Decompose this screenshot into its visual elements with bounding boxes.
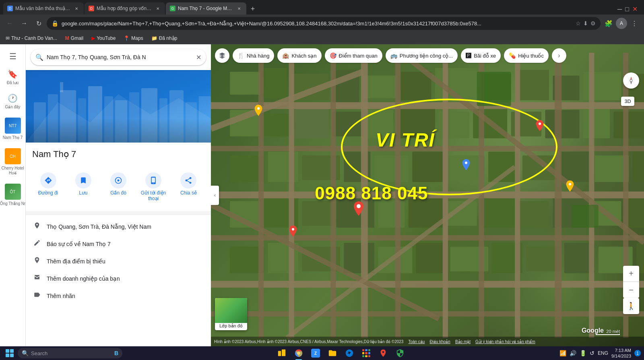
menu-button[interactable]: ⋮ [628,17,641,30]
tab-3-label: Nam Thọ 7 - Google Maps [178,6,233,11]
location-pin[interactable] [354,201,363,217]
map-layer-button[interactable]: Lớp bản đồ [215,298,247,330]
extensions-button[interactable]: 🧩 [602,17,615,30]
bookmark-gmail[interactable]: M Gmail [63,35,86,42]
forward-button[interactable]: → [18,17,31,30]
label-icon [32,291,42,300]
feedback-link[interactable]: Gửi ý kiến phản hồi về sản phẩm [475,339,535,344]
place-title: Nam Thọ 7 [32,149,204,159]
taskbar-zoom[interactable]: Z [308,346,323,360]
place-info: Nam Thọ 7 [26,143,211,166]
share-button[interactable]: Chia sẻ [173,169,204,205]
map-settings-button[interactable] [215,48,229,63]
map-area[interactable]: 🍴 Nhà hàng 🏨 Khách sạn 🎯 Điểm tham quan … [211,44,644,346]
notification-badge[interactable]: 1 [634,350,641,356]
map-pin-3[interactable] [462,159,470,172]
place-thumb-1-nav[interactable]: NT7 Nam Thọ 7 [0,114,26,144]
network-icon[interactable]: 📶 [559,350,566,356]
minimize-button[interactable]: ─ [617,6,622,13]
svg-rect-4 [60,82,63,92]
taskbar-edge[interactable] [342,346,357,360]
street-view-button[interactable]: 🚶 [623,298,639,314]
info-report-row[interactable]: Báo sự cố về Nam Thọ 7 [26,235,211,252]
maps-bookmark-icon: 📍 [124,35,130,41]
taskbar-apps[interactable] [359,346,374,360]
restaurant-filter[interactable]: 🍴 Nhà hàng [233,48,274,63]
info-add-business-row[interactable]: Thêm doanh nghiệp của bạn [26,270,211,287]
nearby-button[interactable]: Gần đó [102,169,134,205]
refresh-icon[interactable]: ↺ [590,350,594,356]
place-thumb-3-nav[interactable]: ÔT Ông Thắng Nr [0,180,26,210]
map-pin-4[interactable] [536,120,544,133]
bookmark-imported[interactable]: 📁 Đã nhập [149,35,180,42]
taskbar-chrome[interactable] [291,346,306,360]
compass-button[interactable] [623,72,639,92]
tab-2-close[interactable]: ✕ [155,5,161,12]
send-to-phone-button[interactable]: Gửi tới điện thoại [138,169,169,205]
recent-nav[interactable]: 🕐 Gần đây [0,89,26,114]
save-button[interactable]: Lưu [67,169,99,205]
tab-1-close[interactable]: ✕ [73,5,80,12]
svg-point-101 [257,107,259,110]
bookmark-youtube[interactable]: ▶ YouTube [89,35,118,42]
hotel-filter[interactable]: 🏨 Khách sạn [277,48,321,63]
svg-rect-110 [282,350,285,356]
volume-icon[interactable]: 🔊 [570,350,576,356]
profile-button[interactable]: A [616,18,627,29]
zoom-out-button[interactable]: − [623,282,639,298]
lock-icon: 🔒 [52,20,58,27]
save-icon [75,172,91,188]
address-bar[interactable]: 🔒 google.com/maps/place/Nam+Thọ+7,+Thọ+Q… [47,17,601,30]
bookmark-maps[interactable]: 📍 Maps [121,35,145,42]
map-filters: 🍴 Nhà hàng 🏨 Khách sạn 🎯 Điểm tham quan … [211,44,644,67]
language-indicator[interactable]: ENG [598,350,608,356]
back-button[interactable]: ← [3,17,16,30]
battery-icon[interactable]: 🔋 [580,350,586,356]
saved-places-nav[interactable]: 🔖 Đã lưu [0,65,26,89]
settings-icon[interactable]: ⚙ [590,20,596,27]
start-button[interactable] [3,347,16,360]
tab-3-close[interactable]: ✕ [236,5,242,12]
info-add-missing-row[interactable]: Thêm địa điểm bị thiếu [26,252,211,270]
transit-filter[interactable]: 🚌 Phương tiện công cộ... [386,48,458,63]
bookmark-star-icon[interactable]: ☆ [576,20,581,27]
tab-3[interactable]: G Nam Thọ 7 - Google Maps ✕ [166,2,246,14]
map-pin-2[interactable] [289,226,297,238]
taskbar-files[interactable] [325,346,340,360]
time-display[interactable]: 7:13 AM 9/14/2023 [611,348,631,359]
bookmark-youtube-label: YouTube [97,35,116,41]
zoom-in-button[interactable]: + [623,266,639,282]
search-bar[interactable]: 🔍 Nam Thọ 7, Thọ Quang, Sơn Trà, Đà N ✕ [31,49,206,65]
info-add-label-row[interactable]: Thêm nhãn [26,287,211,304]
tab-2[interactable]: D Mẫu hợp đồng góp vốn mua đấ... ✕ [85,2,165,14]
map-collapse-button[interactable]: ‹ [211,186,219,205]
bookmark-thu[interactable]: ✉ Thư - Canh Do Van... [3,35,60,42]
parking-filter[interactable]: 🅿 Bãi đỗ xe [461,48,501,63]
map-pin-1[interactable] [254,105,262,118]
restore-button[interactable]: □ [625,6,629,13]
mail-icon: ✉ [6,35,10,41]
hamburger-menu[interactable]: ☰ [0,48,26,65]
attraction-filter[interactable]: 🎯 Điểm tham quan [325,48,382,63]
place-thumb-2-nav[interactable]: CH Cherry Hotel Huế [0,144,26,180]
tab-1[interactable]: D Mẫu văn bản thỏa thuận phân c... ✕ [3,2,84,14]
more-filters-button[interactable]: › [552,48,566,63]
download-icon[interactable]: ⬇ [583,20,588,27]
map-pin-5[interactable] [566,180,574,193]
info-address-row[interactable]: Thọ Quang, Sơn Trà, Đà Nẵng, Việt Nam [26,218,211,235]
sidebar-scroll[interactable]: Nam Thọ 7 Đường đi Lưu [26,70,211,346]
new-tab-button[interactable]: + [247,3,258,14]
pharmacy-filter[interactable]: 💊 Hiệu thuốc [504,48,549,63]
taskbar-security[interactable] [393,346,407,360]
search-input-value: Nam Thọ 7, Thọ Quang, Sơn Trà, Đà N [47,54,193,60]
reload-button[interactable]: ↻ [32,17,45,30]
tos-link[interactable]: Điều khoản [429,339,450,344]
taskbar-maps[interactable] [376,346,390,360]
terms-link[interactable]: Toàn cầu [408,339,425,344]
directions-button[interactable]: Đường đi [32,169,64,205]
taskbar-explorer[interactable] [275,346,289,360]
close-button[interactable]: ✕ [632,5,638,13]
search-clear-icon[interactable]: ✕ [196,54,201,61]
taskbar-search-bar[interactable]: 🔍 Search B [18,348,122,358]
privacy-link[interactable]: Bảo mật [455,339,471,344]
